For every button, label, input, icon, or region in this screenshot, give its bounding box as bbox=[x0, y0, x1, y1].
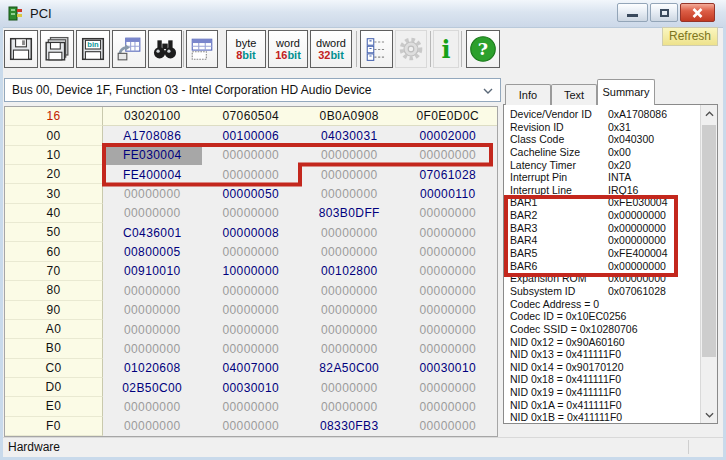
hex-cell[interactable]: 00000000 bbox=[103, 320, 202, 339]
hex-cell[interactable]: 00000000 bbox=[399, 262, 498, 281]
settings-button[interactable] bbox=[395, 30, 427, 68]
scrollbar-thumb[interactable] bbox=[702, 125, 716, 357]
scrollbar[interactable] bbox=[700, 105, 717, 423]
summary-item[interactable]: BAR10xFE030004 bbox=[510, 196, 700, 209]
hex-cell[interactable]: 00000000 bbox=[399, 146, 498, 165]
hex-cell[interactable]: 00000000 bbox=[202, 320, 301, 339]
summary-item[interactable]: BAR30x00000000 bbox=[510, 222, 700, 235]
hex-cell[interactable]: 00000000 bbox=[202, 204, 301, 223]
summary-item[interactable]: Subsystem ID0x07061028 bbox=[510, 285, 700, 298]
hex-cell[interactable]: 00000000 bbox=[202, 165, 301, 184]
word-view-button[interactable]: word 16bit bbox=[268, 30, 308, 68]
hex-cell[interactable]: 00000000 bbox=[103, 417, 202, 436]
hex-cell[interactable]: 00000000 bbox=[300, 281, 399, 300]
save-button[interactable] bbox=[4, 30, 38, 68]
summary-item[interactable]: Latency Timer0x20 bbox=[510, 159, 700, 172]
dword-view-button[interactable]: dword 32bit bbox=[310, 30, 352, 68]
summary-item[interactable]: Interrupt PinINTA bbox=[510, 171, 700, 184]
hex-cell[interactable]: 00002000 bbox=[399, 126, 498, 145]
hex-cell[interactable]: 00000000 bbox=[202, 242, 301, 261]
byte-view-button[interactable]: byte 8bit bbox=[226, 30, 266, 68]
hex-cell[interactable]: 00000000 bbox=[103, 184, 202, 203]
summary-item[interactable]: BAR20x00000000 bbox=[510, 209, 700, 222]
find-button[interactable] bbox=[148, 30, 182, 68]
summary-item[interactable]: Cacheline Size0x00 bbox=[510, 146, 700, 159]
scroll-down-button[interactable] bbox=[701, 406, 717, 423]
hex-cell[interactable]: 04030031 bbox=[300, 126, 399, 145]
hex-cell[interactable]: 02B50C00 bbox=[103, 378, 202, 397]
hex-cell[interactable]: 00030010 bbox=[202, 378, 301, 397]
hex-cell[interactable]: 00000000 bbox=[300, 339, 399, 358]
info-button[interactable]: i bbox=[433, 30, 459, 68]
hex-cell[interactable]: 00000000 bbox=[399, 320, 498, 339]
summary-item[interactable]: Codec ID = 0x10EC0256 bbox=[510, 310, 700, 323]
grid-view-button[interactable] bbox=[186, 30, 218, 68]
summary-item[interactable]: NID 0x1A = 0x411111F0 bbox=[510, 399, 700, 412]
device-selector[interactable]: Bus 00, Device 1F, Function 03 - Intel C… bbox=[4, 78, 501, 102]
hex-cell[interactable]: 00000000 bbox=[103, 281, 202, 300]
hex-cell[interactable]: 00000000 bbox=[103, 397, 202, 416]
hex-cell[interactable]: 00000000 bbox=[399, 281, 498, 300]
hex-cell[interactable]: 00000000 bbox=[399, 417, 498, 436]
summary-item[interactable]: NID 0x14 = 0x90170120 bbox=[510, 361, 700, 374]
refresh-button[interactable]: Refresh bbox=[662, 27, 718, 46]
restore-button[interactable] bbox=[650, 3, 678, 22]
hex-cell[interactable]: FE400004 bbox=[103, 165, 202, 184]
summary-item[interactable]: NID 0x1B = 0x411111F0 bbox=[510, 411, 700, 423]
tree-view-button[interactable] bbox=[360, 30, 393, 68]
hex-cell[interactable]: 00030010 bbox=[399, 359, 498, 378]
summary-item[interactable]: Expansion ROM0x00000000 bbox=[510, 272, 700, 285]
hex-cell[interactable]: 803B0DFF bbox=[300, 204, 399, 223]
summary-item[interactable]: Class Code0x040300 bbox=[510, 133, 700, 146]
hex-cell[interactable]: 00000000 bbox=[202, 339, 301, 358]
hex-cell[interactable]: 00000000 bbox=[399, 204, 498, 223]
hex-cell[interactable]: 04007000 bbox=[202, 359, 301, 378]
hex-cell[interactable]: 00000000 bbox=[202, 281, 301, 300]
hex-cell[interactable]: 00000000 bbox=[202, 397, 301, 416]
hex-cell[interactable]: FE030004 bbox=[103, 146, 202, 165]
hex-cell[interactable]: 00000000 bbox=[300, 320, 399, 339]
summary-item[interactable]: Revision ID0x31 bbox=[510, 121, 700, 134]
hex-cell[interactable]: C0436001 bbox=[103, 223, 202, 242]
summary-item[interactable]: BAR40x00000000 bbox=[510, 234, 700, 247]
hex-cell[interactable]: 82A50C00 bbox=[300, 359, 399, 378]
hex-cell[interactable]: 00910010 bbox=[103, 262, 202, 281]
hex-cell[interactable]: 00000000 bbox=[300, 378, 399, 397]
hex-cell[interactable]: 00000110 bbox=[399, 184, 498, 203]
summary-item[interactable]: Codec Address = 0 bbox=[510, 298, 700, 311]
hex-cell[interactable]: 08330FB3 bbox=[300, 417, 399, 436]
summary-item[interactable]: NID 0x19 = 0x411111F0 bbox=[510, 386, 700, 399]
hex-cell[interactable]: 10000000 bbox=[202, 262, 301, 281]
tab-summary[interactable]: Summary bbox=[597, 79, 655, 105]
hex-cell[interactable]: 01020608 bbox=[103, 359, 202, 378]
help-button[interactable]: ? bbox=[466, 30, 500, 68]
save-binary-button[interactable]: bin bbox=[76, 30, 110, 68]
scroll-up-button[interactable] bbox=[701, 105, 717, 122]
hex-cell[interactable]: 00000008 bbox=[202, 223, 301, 242]
hex-cell[interactable]: A1708086 bbox=[103, 126, 202, 145]
summary-item[interactable]: Device/Vendor ID0xA1708086 bbox=[510, 108, 700, 121]
export-button[interactable] bbox=[112, 30, 146, 68]
summary-item[interactable]: Codec SSID = 0x10280706 bbox=[510, 323, 700, 336]
hex-cell[interactable]: 07061028 bbox=[399, 165, 498, 184]
hex-cell[interactable]: 00000000 bbox=[399, 378, 498, 397]
summary-item[interactable]: BAR50xFE400004 bbox=[510, 247, 700, 260]
hex-cell[interactable]: 00000000 bbox=[103, 339, 202, 358]
hex-cell[interactable]: 00000000 bbox=[300, 301, 399, 320]
hex-cell[interactable]: 00000000 bbox=[202, 146, 301, 165]
hex-cell[interactable]: 00000000 bbox=[300, 397, 399, 416]
hex-cell[interactable]: 00800005 bbox=[103, 242, 202, 261]
hex-cell[interactable]: 00100006 bbox=[202, 126, 301, 145]
hex-cell[interactable]: 00000000 bbox=[300, 223, 399, 242]
hex-cell[interactable]: 00000000 bbox=[300, 165, 399, 184]
hex-cell[interactable]: 00000000 bbox=[399, 242, 498, 261]
summary-item[interactable]: BAR60x00000000 bbox=[510, 260, 700, 273]
hex-cell[interactable]: 00000000 bbox=[399, 301, 498, 320]
hex-cell[interactable]: 00000000 bbox=[300, 184, 399, 203]
summary-item[interactable]: NID 0x18 = 0x411111F0 bbox=[510, 373, 700, 386]
hex-cell[interactable]: 00000000 bbox=[300, 242, 399, 261]
minimize-button[interactable] bbox=[617, 3, 648, 22]
hex-cell[interactable]: 00102800 bbox=[300, 262, 399, 281]
tab-info[interactable]: Info bbox=[505, 84, 551, 105]
hex-cell[interactable]: 00000000 bbox=[399, 223, 498, 242]
